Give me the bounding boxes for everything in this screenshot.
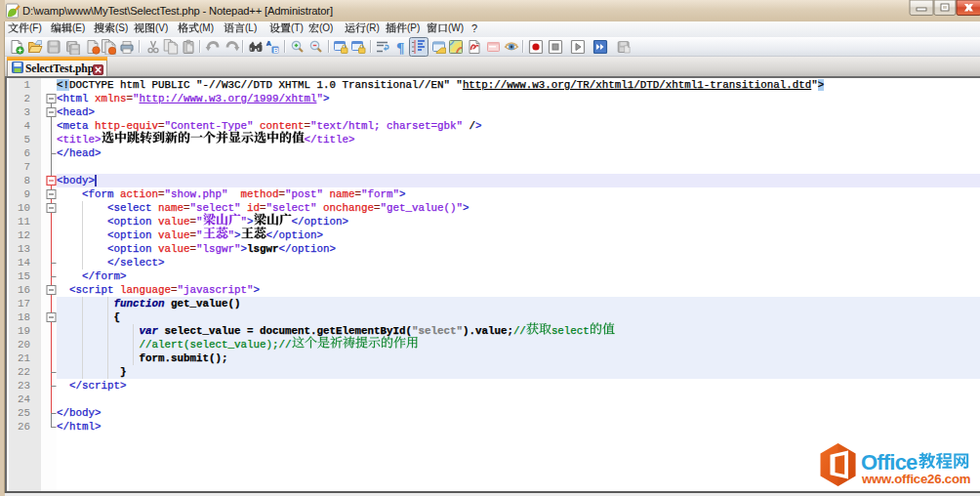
- svg-text:B: B: [273, 46, 279, 55]
- svg-text:A: A: [266, 39, 272, 48]
- svg-text:¶: ¶: [396, 39, 404, 55]
